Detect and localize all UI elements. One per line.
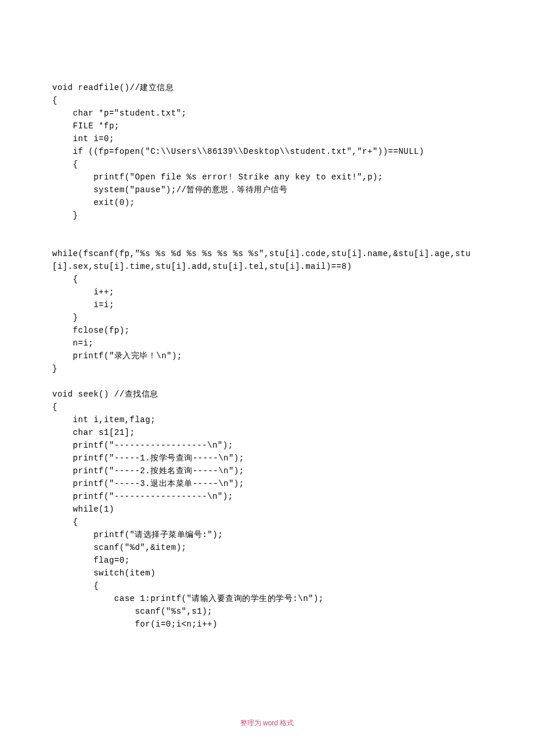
document-page: void readfile()//建立信息 { char *p="student…	[0, 0, 534, 631]
footer-text: 整理为 word 格式	[240, 719, 294, 727]
page-footer: 整理为 word 格式	[0, 718, 534, 728]
code-block: void readfile()//建立信息 { char *p="student…	[52, 81, 482, 631]
